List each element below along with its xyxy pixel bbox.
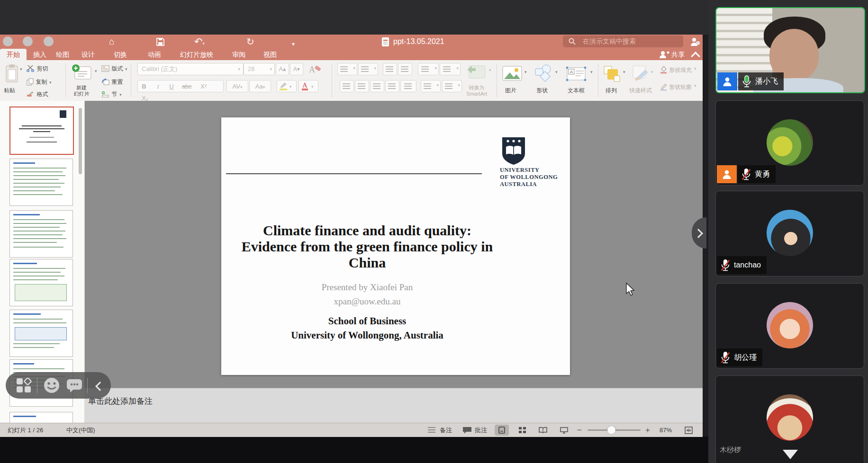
shapes-button[interactable] — [533, 64, 553, 85]
window-close-button[interactable] — [3, 36, 13, 46]
textbox-button[interactable]: A — [565, 65, 588, 85]
align-right-button[interactable] — [370, 80, 384, 92]
quick-styles-button[interactable] — [631, 65, 650, 84]
zoom-percent[interactable]: 87% — [660, 423, 672, 437]
reset-button[interactable]: 重置 — [101, 77, 123, 86]
superscript-button[interactable]: X² — [197, 81, 211, 92]
thumbnail-slide-7[interactable] — [9, 412, 73, 423]
share-button[interactable]: 共享 — [671, 49, 685, 60]
participant-tile-4[interactable]: 胡公瑾 — [715, 283, 864, 369]
reading-view-button[interactable] — [536, 425, 550, 436]
shape-outline-dropdown-icon[interactable]: ▾ — [694, 83, 696, 88]
tab-transitions[interactable]: 切换 — [114, 49, 127, 60]
shape-fill-dropdown-icon[interactable]: ▾ — [694, 66, 696, 71]
emoji-icon[interactable] — [44, 377, 60, 393]
tab-animations[interactable]: 动画 — [148, 49, 161, 60]
section-dropdown-icon[interactable]: ▾ — [119, 92, 122, 97]
save-icon[interactable] — [156, 38, 164, 46]
collapse-toolbar-icon[interactable] — [95, 382, 105, 391]
font-size-combo[interactable]: 28▾ — [244, 63, 275, 75]
participant-tile-1[interactable]: 潘小飞 — [715, 7, 865, 93]
apps-icon[interactable] — [16, 378, 32, 393]
comments-icon[interactable] — [462, 427, 472, 434]
bold-button[interactable]: B — [138, 81, 150, 92]
zoom-in-button[interactable]: + — [645, 423, 650, 437]
window-zoom-button[interactable] — [44, 36, 54, 46]
cut-button[interactable]: 剪切 — [27, 64, 48, 73]
shapes-dropdown-icon[interactable]: ▾ — [555, 70, 558, 74]
thumbnail-scrollbar[interactable] — [79, 108, 82, 174]
align-left-button[interactable] — [340, 80, 354, 92]
text-direction-button[interactable]: ▾ — [421, 80, 441, 92]
notes-pane[interactable]: 单击此处添加备注 — [84, 388, 703, 423]
section-button[interactable]: 节 ▾ — [101, 89, 121, 98]
layout-button[interactable]: 版式 ▾ — [101, 64, 127, 73]
tab-insert[interactable]: 插入 — [33, 49, 46, 60]
convert-smartart-button[interactable] — [466, 64, 487, 82]
fit-to-window-icon[interactable] — [685, 427, 693, 434]
highlight-color-button[interactable]: ▾ — [277, 80, 297, 92]
numbering-button[interactable]: ▾ — [358, 63, 378, 75]
char-spacing-button[interactable]: AV▾ — [226, 80, 248, 92]
normal-view-button[interactable] — [495, 425, 509, 436]
arrange-dropdown-icon[interactable]: ▾ — [623, 70, 625, 74]
textbox-dropdown-icon[interactable]: ▾ — [590, 70, 593, 74]
align-center-button[interactable] — [355, 80, 369, 92]
clear-formatting-button[interactable]: A — [308, 63, 322, 77]
justify-button[interactable] — [385, 80, 399, 92]
italic-button[interactable]: I — [152, 81, 163, 92]
shape-outline-button[interactable] — [660, 82, 668, 91]
align-text-button[interactable]: ▾ — [442, 80, 462, 92]
thumbnail-slide-2[interactable] — [9, 159, 73, 206]
copy-button[interactable]: 复制 ▾ — [27, 77, 51, 86]
notes-toggle-icon[interactable] — [428, 427, 435, 433]
quick-styles-dropdown-icon[interactable]: ▾ — [651, 70, 653, 74]
redo-button[interactable]: ↻ — [246, 35, 254, 48]
window-minimize-button[interactable] — [23, 36, 33, 46]
comments-label[interactable]: 批注 — [475, 423, 487, 437]
picture-dropdown-icon[interactable]: ▾ — [524, 70, 527, 74]
chat-icon[interactable] — [66, 379, 82, 393]
paste-button[interactable] — [5, 64, 21, 85]
increase-font-button[interactable]: A▴ — [276, 63, 289, 75]
paste-dropdown-icon[interactable]: ▾ — [20, 67, 22, 71]
zoom-out-button[interactable]: − — [577, 423, 582, 437]
slide-sorter-view-button[interactable] — [515, 425, 530, 436]
tab-slideshow[interactable]: 幻灯片放映 — [180, 49, 213, 60]
arrange-button[interactable] — [603, 65, 622, 84]
bullets-button[interactable]: ▾ — [337, 63, 357, 75]
underline-button[interactable]: U — [166, 81, 177, 92]
decrease-font-button[interactable]: A▾ — [290, 63, 303, 75]
notes-toggle-label[interactable]: 备注 — [440, 423, 452, 437]
add-remove-columns-button[interactable] — [400, 80, 416, 92]
search-box[interactable]: 在演示文稿中搜索 — [563, 36, 683, 47]
decrease-indent-button[interactable] — [383, 63, 397, 75]
tab-home[interactable]: 开始 — [0, 49, 27, 60]
slide[interactable]: UNIVERSITY OF WOLLONGONG AUSTRALIA Clima… — [221, 117, 570, 375]
copy-dropdown-icon[interactable]: ▾ — [49, 80, 52, 85]
participant-tile-2[interactable]: 黄勇 — [715, 100, 864, 186]
new-slide-button[interactable] — [71, 64, 92, 84]
scroll-down-arrow[interactable] — [783, 450, 798, 459]
format-painter-button[interactable]: 格式 — [27, 89, 48, 98]
thumbnail-slide-3[interactable] — [9, 210, 73, 258]
tab-review[interactable]: 审阅 — [232, 49, 245, 60]
undo-button[interactable]: ↶▾ — [194, 35, 205, 50]
slideshow-view-button[interactable] — [557, 425, 571, 436]
change-case-button[interactable]: Aa▾ — [249, 80, 271, 92]
collapse-ribbon-icon[interactable] — [691, 52, 700, 61]
language-indicator[interactable]: 中文(中国) — [66, 423, 95, 437]
increase-indent-button[interactable] — [398, 63, 412, 75]
home-icon[interactable]: ⌂ — [109, 35, 114, 48]
thumbnail-slide-4[interactable] — [9, 259, 73, 306]
font-color-button[interactable]: A▾ — [298, 80, 318, 92]
font-name-combo[interactable]: Calibri (正文)▾ — [137, 63, 244, 75]
font-style-buttons[interactable]: B I U abc X² X₂ — [137, 80, 224, 92]
layout-dropdown-icon[interactable]: ▾ — [125, 67, 127, 71]
thumbnail-slide-5[interactable] — [9, 310, 73, 357]
line-spacing-button[interactable]: ▾ — [418, 63, 439, 75]
tab-design[interactable]: 设计 — [81, 49, 95, 60]
tab-draw[interactable]: 绘图 — [56, 49, 69, 60]
new-slide-dropdown-icon[interactable]: ▾ — [95, 69, 97, 73]
strikethrough-button[interactable]: abc — [179, 81, 194, 92]
